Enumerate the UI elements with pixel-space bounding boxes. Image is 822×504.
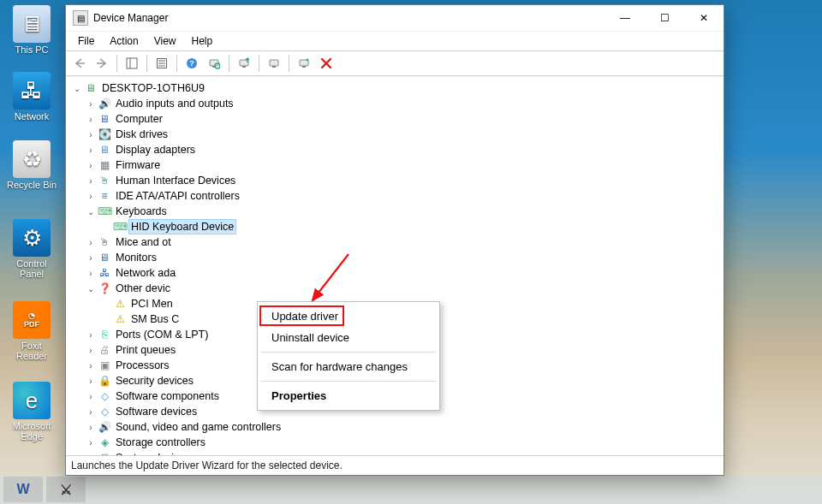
expand-icon[interactable]: › [85, 329, 97, 341]
tree-item-label: Sound, video and game controllers [114, 420, 283, 434]
port-icon: ⎘ [98, 328, 111, 341]
context-properties[interactable]: Properties [259, 385, 438, 406]
tree-item-label: Display adapters [114, 143, 197, 157]
tree-category[interactable]: ›🖱Mice and ot [69, 234, 724, 250]
expand-icon[interactable]: › [85, 159, 97, 171]
expand-icon[interactable]: › [85, 375, 97, 387]
desktop-microsoft-edge[interactable]: eMicrosoft Edge [5, 382, 58, 442]
collapse-icon[interactable]: ⌄ [85, 282, 97, 294]
warn-icon: ⚠ [113, 297, 127, 311]
desktop-control-panel[interactable]: ⚙Control Panel [5, 219, 58, 279]
tree-item-label: Ports (COM & LPT) [114, 328, 210, 341]
disable-device-button[interactable] [294, 53, 314, 74]
svg-rect-14 [270, 60, 278, 66]
tree-category[interactable]: ⌄❓Other devic [69, 281, 724, 296]
expand-icon[interactable]: › [85, 267, 97, 279]
expand-icon[interactable]: › [85, 390, 97, 402]
cpu-icon: ▣ [98, 359, 111, 372]
soft-icon: ◇ [98, 389, 111, 403]
svg-rect-16 [300, 60, 308, 66]
tree-category[interactable]: ›🖥Computer [69, 111, 724, 127]
collapse-icon[interactable]: ⌄ [71, 82, 83, 94]
tree-category[interactable]: ›≡IDE ATA/ATAPI controllers [69, 188, 724, 204]
soft-icon: ◇ [98, 405, 111, 418]
tree-item-label: IDE ATA/ATAPI controllers [114, 189, 241, 203]
context-scan-hardware[interactable]: Scan for hardware changes [259, 356, 438, 377]
tree-item-label: Audio inputs and outputs [114, 97, 235, 110]
hid-icon: 🖱 [98, 174, 111, 187]
expand-icon[interactable]: › [85, 344, 97, 356]
kbd-icon: ⌨ [113, 220, 127, 234]
context-update-driver[interactable]: Update driver [259, 305, 438, 327]
tree-category[interactable]: ›◈Storage controllers [69, 435, 724, 450]
expand-icon[interactable]: › [85, 98, 97, 110]
update-driver-button[interactable] [234, 53, 254, 74]
titlebar[interactable]: ▤ Device Manager — ☐ ✕ [66, 5, 724, 31]
expand-icon[interactable]: › [85, 421, 97, 433]
tree-category[interactable]: ⌄⌨Keyboards [69, 204, 724, 219]
menu-file[interactable]: File [71, 33, 101, 49]
show-hide-console-tree-button[interactable] [122, 53, 142, 74]
expand-icon[interactable]: › [85, 252, 97, 264]
tree-category[interactable]: ›🖱Human Interface Devices [69, 173, 724, 188]
menu-help[interactable]: Help [185, 33, 220, 49]
close-button[interactable]: ✕ [684, 5, 724, 31]
expand-icon[interactable]: › [85, 175, 97, 187]
computer-icon: 🖥 [13, 5, 51, 43]
help-button[interactable]: ? [182, 53, 202, 74]
tree-category[interactable]: ›🖥Display adapters [69, 142, 724, 157]
desktop-recycle-bin[interactable]: ♻Recycle Bin [5, 140, 58, 190]
toolbar-separator [176, 55, 177, 72]
expand-icon[interactable]: › [85, 436, 97, 448]
expand-icon[interactable]: › [85, 359, 97, 371]
taskbar-app-word[interactable]: W [3, 477, 43, 502]
tree-category[interactable]: ›🔊Audio inputs and outputs [69, 96, 724, 111]
tree-category[interactable]: ›🖥System devices [69, 450, 724, 455]
print-icon: 🖨 [98, 343, 111, 357]
tree-device[interactable]: ⌨HID Keyboard Device [69, 219, 724, 234]
expand-icon[interactable]: › [85, 113, 97, 125]
expand-icon[interactable]: › [85, 190, 97, 202]
maximize-button[interactable]: ☐ [645, 5, 684, 31]
monitor-icon: 🖥 [98, 112, 111, 126]
desktop-network[interactable]: 🖧Network [5, 72, 58, 122]
tree-item-label: Software components [114, 389, 221, 403]
menu-action[interactable]: Action [103, 33, 145, 49]
minimize-button[interactable]: — [605, 5, 645, 31]
scan-hardware-button[interactable] [204, 53, 224, 74]
forward-button[interactable] [92, 53, 112, 74]
tree-item-label: Software devices [114, 405, 199, 418]
expand-icon[interactable]: › [85, 128, 97, 140]
tree-item-label: System devices [114, 451, 193, 455]
desktop-this-pc[interactable]: 🖥This PC [5, 5, 58, 55]
properties-button[interactable] [152, 53, 172, 74]
enable-device-button[interactable] [264, 53, 284, 74]
svg-rect-15 [272, 66, 276, 68]
expander-none [100, 221, 112, 233]
back-button[interactable] [69, 53, 90, 74]
control-panel-icon: ⚙ [13, 219, 51, 257]
expand-icon[interactable]: › [85, 406, 97, 418]
recycle-bin-icon: ♻ [13, 140, 51, 178]
expand-icon[interactable]: › [85, 236, 97, 248]
toolbar-separator [289, 55, 289, 72]
ide-icon: ≡ [98, 189, 111, 203]
tree-category[interactable]: ›🔊Sound, video and game controllers [69, 419, 724, 435]
other-icon: ❓ [98, 282, 111, 295]
expand-icon[interactable]: › [85, 144, 97, 156]
desktop-foxit-reader[interactable]: ◔PDFFoxit Reader [5, 301, 58, 361]
tree-category[interactable]: ›🖧Network ada [69, 265, 724, 281]
taskbar[interactable]: W ⚔ [0, 475, 822, 504]
expand-icon[interactable]: › [85, 452, 97, 455]
menu-view[interactable]: View [147, 33, 183, 49]
tree-category[interactable]: ›💽Disk drives [69, 127, 724, 142]
collapse-icon[interactable]: ⌄ [85, 205, 97, 217]
app-icon: ▤ [73, 10, 88, 26]
tree-category[interactable]: ›🖥Monitors [69, 250, 724, 265]
svg-rect-0 [127, 58, 137, 68]
tree-root[interactable]: ⌄🖥DESKTOP-1OTH6U9 [69, 80, 724, 96]
context-uninstall-device[interactable]: Uninstall device [259, 327, 438, 348]
uninstall-device-button[interactable] [316, 53, 337, 74]
tree-category[interactable]: ›▦Firmware [69, 157, 724, 173]
taskbar-app-game[interactable]: ⚔ [46, 477, 86, 502]
